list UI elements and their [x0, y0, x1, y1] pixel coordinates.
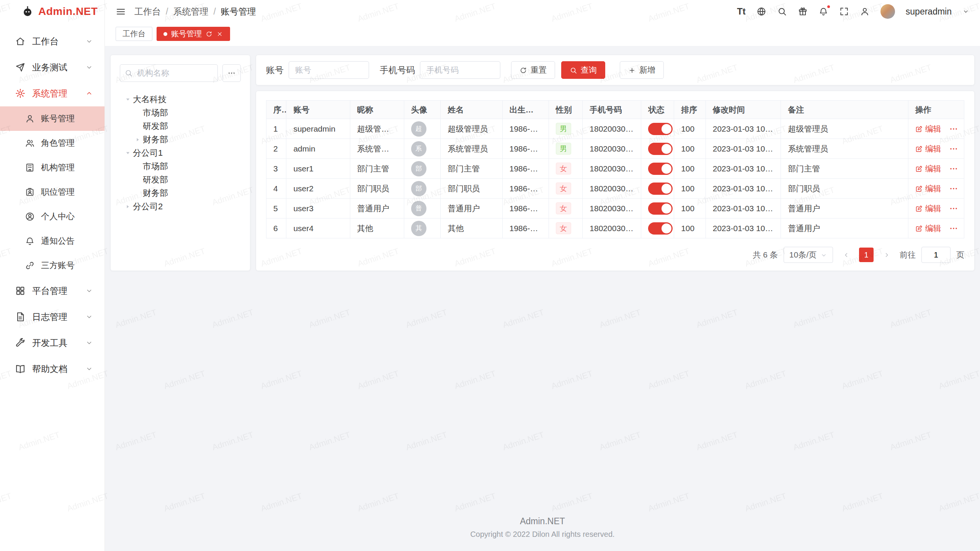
- column-header: 操作: [908, 101, 964, 119]
- row-more-button[interactable]: [949, 204, 958, 213]
- tab-account-management[interactable]: 账号管理: [157, 27, 230, 41]
- status-toggle[interactable]: [648, 202, 673, 215]
- status-toggle[interactable]: [648, 143, 673, 155]
- language-icon[interactable]: [756, 7, 766, 16]
- sidebar-item-platform-management[interactable]: 平台管理: [0, 278, 105, 304]
- cell-account: user3: [286, 199, 350, 218]
- edit-icon: [915, 225, 923, 232]
- account-input[interactable]: [289, 61, 369, 79]
- sidebar-item-dev-tools[interactable]: 开发工具: [0, 330, 105, 356]
- sidebar-item-role-management[interactable]: 角色管理: [0, 131, 105, 155]
- edit-button[interactable]: 编辑: [915, 163, 941, 174]
- font-size-icon[interactable]: Tt: [737, 6, 746, 17]
- sidebar-item-profile-center[interactable]: 个人中心: [0, 204, 105, 229]
- status-toggle[interactable]: [648, 222, 673, 235]
- breadcrumb-item[interactable]: 工作台: [134, 6, 161, 18]
- prev-page-button[interactable]: [839, 248, 853, 262]
- current-page-button[interactable]: 1: [859, 248, 874, 262]
- edit-label: 编辑: [925, 163, 941, 174]
- search-icon[interactable]: [777, 7, 787, 16]
- tree-node[interactable]: 市场部: [120, 106, 241, 119]
- next-page-button[interactable]: [879, 248, 894, 262]
- hamburger-icon[interactable]: [116, 7, 126, 17]
- tree-node[interactable]: 市场部: [120, 160, 241, 173]
- breadcrumb-item[interactable]: 账号管理: [221, 6, 256, 18]
- org-more-button[interactable]: [222, 64, 241, 82]
- tree-node[interactable]: 分公司1: [120, 146, 241, 160]
- tree-node[interactable]: 分公司2: [120, 200, 241, 213]
- sidebar-item-system-management[interactable]: 系统管理: [0, 80, 105, 106]
- header-icon-group: Tt: [737, 6, 870, 17]
- edit-button[interactable]: 编辑: [915, 124, 941, 134]
- bell-icon[interactable]: [818, 7, 828, 16]
- theme-icon[interactable]: [798, 7, 808, 16]
- reset-label: 重置: [531, 65, 547, 75]
- cell-birth: 1986-06-28: [502, 199, 549, 218]
- cell-nickname: 系统管理员: [350, 139, 404, 159]
- status-toggle[interactable]: [648, 163, 673, 175]
- avatar[interactable]: [880, 4, 895, 19]
- cell-name: 部门职员: [441, 179, 502, 199]
- sidebar-item-account-management[interactable]: 账号管理: [0, 106, 105, 131]
- cell-ops: 编辑: [908, 119, 964, 139]
- cell-avatar: 普: [404, 199, 441, 218]
- submenu-system-management: 账号管理 角色管理 机构管理 职位管理 个人中心 通知公告 三方账号: [0, 106, 105, 278]
- org-search-input[interactable]: [120, 64, 218, 82]
- sidebar-item-business-test[interactable]: 业务测试: [0, 54, 105, 80]
- phone-input[interactable]: [420, 61, 500, 79]
- page-size-select[interactable]: 10条/页: [784, 247, 833, 263]
- sidebar-item-notice-announcement[interactable]: 通知公告: [0, 229, 105, 253]
- row-avatar: 普: [411, 201, 426, 216]
- row-more-button[interactable]: [949, 164, 958, 173]
- sidebar-item-workbench[interactable]: 工作台: [0, 28, 105, 54]
- status-toggle[interactable]: [648, 123, 673, 135]
- tree-node[interactable]: 研发部: [120, 119, 241, 133]
- tree-node[interactable]: 研发部: [120, 173, 241, 186]
- row-more-button[interactable]: [949, 184, 958, 193]
- breadcrumb-item[interactable]: 系统管理: [173, 6, 208, 18]
- breadcrumb-separator: /: [166, 7, 168, 17]
- username[interactable]: superadmin: [906, 7, 952, 17]
- edit-button[interactable]: 编辑: [915, 143, 941, 154]
- sidebar-item-org-management[interactable]: 机构管理: [0, 155, 105, 180]
- tree-node[interactable]: 财务部: [120, 133, 241, 146]
- sidebar-item-third-party-account[interactable]: 三方账号: [0, 253, 105, 278]
- platform-icon: [15, 285, 26, 296]
- goto-page-input[interactable]: [921, 247, 951, 263]
- cell-birth: 1986-06-28: [502, 159, 549, 179]
- row-more-button[interactable]: [949, 124, 958, 134]
- edit-button[interactable]: 编辑: [915, 203, 941, 214]
- logo[interactable]: Admin.NET: [0, 0, 105, 23]
- chevron-down-icon[interactable]: [962, 8, 969, 15]
- edit-button[interactable]: 编辑: [915, 223, 941, 234]
- theme-icon: [798, 7, 808, 16]
- close-icon[interactable]: [216, 31, 223, 37]
- status-toggle[interactable]: [648, 183, 673, 195]
- caret-right-icon[interactable]: [133, 135, 143, 145]
- cell-nickname: 超级管理员: [350, 119, 404, 139]
- tree-node[interactable]: 大名科技: [120, 93, 241, 106]
- search-button[interactable]: 查询: [561, 61, 605, 79]
- row-more-button[interactable]: [949, 224, 958, 233]
- person-icon[interactable]: [860, 7, 870, 16]
- tab-workbench[interactable]: 工作台: [116, 27, 152, 41]
- phone-field-group: 手机号码: [380, 61, 500, 79]
- reset-button[interactable]: 重置: [511, 61, 555, 79]
- sidebar-item-log-management[interactable]: 日志管理: [0, 304, 105, 330]
- caret-down-icon[interactable]: [123, 148, 133, 158]
- chevron-down-icon: [820, 252, 827, 259]
- add-button[interactable]: 新增: [620, 61, 664, 79]
- cell-modified: 2023-01-03 10:59:44: [706, 218, 781, 238]
- row-more-button[interactable]: [949, 144, 958, 153]
- edit-label: 编辑: [925, 183, 941, 194]
- fullscreen-icon[interactable]: [839, 7, 849, 16]
- caret-right-icon[interactable]: [123, 202, 133, 212]
- refresh-icon[interactable]: [206, 31, 212, 37]
- sidebar-item-help-docs[interactable]: 帮助文档: [0, 356, 105, 382]
- edit-button[interactable]: 编辑: [915, 183, 941, 194]
- sidebar-item-position-management[interactable]: 职位管理: [0, 180, 105, 204]
- caret-down-icon[interactable]: [123, 95, 133, 104]
- tree-node[interactable]: 财务部: [120, 186, 241, 200]
- chevron-down-icon: [85, 313, 93, 321]
- gender-tag: 女: [556, 202, 571, 214]
